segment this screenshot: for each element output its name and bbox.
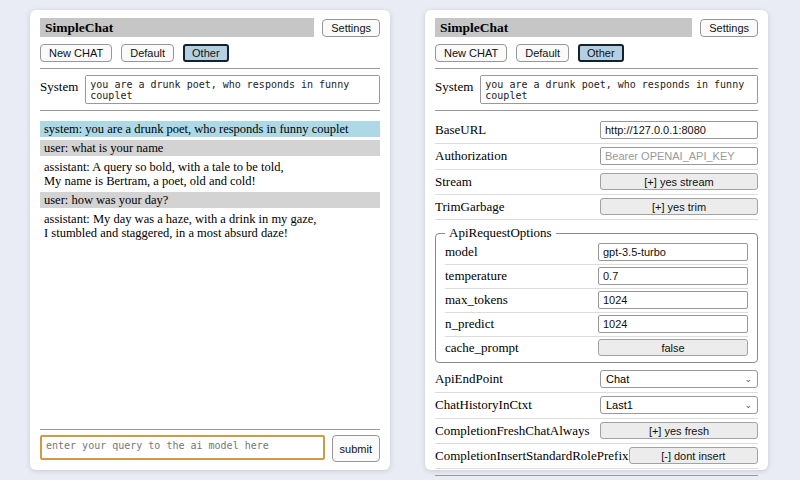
setting-row-n-predict: n_predict (445, 313, 748, 337)
divider (435, 110, 758, 111)
setting-row-model: model (445, 241, 748, 265)
setting-label: BaseURL (435, 122, 486, 138)
setting-label: CompletionInsertStandardRolePrefix (435, 448, 629, 464)
setting-row-authorization: Authorization (435, 144, 758, 170)
chat-message-assistant: assistant: My day was a haze, with a dri… (40, 211, 380, 241)
setting-label: ApiEndPoint (435, 371, 503, 387)
setting-row-completionfreshchatalways: CompletionFreshChatAlways [+] yes fresh (435, 419, 758, 444)
divider (40, 68, 380, 69)
model-input[interactable] (598, 243, 748, 261)
system-prompt-input[interactable]: you are a drunk poet, who responds in fu… (85, 75, 380, 104)
setting-row-completioninsertstandardroleprefix: CompletionInsertStandardRolePrefix [-] d… (435, 444, 758, 469)
message-text: I stumbled and staggered, in a most absu… (44, 226, 376, 240)
setting-row-baseurl: BaseURL (435, 118, 758, 144)
divider (40, 110, 380, 111)
system-label: System (40, 75, 78, 104)
settings-button[interactable]: Settings (322, 19, 380, 37)
authorization-input[interactable] (600, 147, 758, 165)
app-title: SimpleChat (435, 18, 692, 37)
chathistoryinctxt-select[interactable]: Last1 ⌄ (600, 396, 758, 414)
divider (40, 429, 380, 430)
query-row: submit (40, 435, 380, 462)
session-button-other[interactable]: Other (183, 44, 229, 62)
system-label: System (435, 75, 473, 104)
temperature-input[interactable] (598, 267, 748, 285)
app-title: SimpleChat (40, 18, 314, 37)
message-text: My name is Bertram, a poet, old and cold… (44, 174, 376, 188)
completionfreshchat-toggle-button[interactable]: [+] yes fresh (600, 422, 758, 439)
chevron-down-icon: ⌄ (744, 375, 752, 384)
setting-row-trimgarbage: TrimGarbage [+] yes trim (435, 195, 758, 220)
setting-row-max-tokens: max_tokens (445, 289, 748, 313)
setting-row-cache-prompt: cache_prompt false (445, 337, 748, 359)
setting-label: cache_prompt (445, 340, 519, 356)
trimgarbage-toggle-button[interactable]: [+] yes trim (600, 198, 758, 215)
setting-row-chathistoryinctxt: ChatHistoryInCtxt Last1 ⌄ (435, 393, 758, 419)
setting-row-stream: Stream [+] yes stream (435, 170, 758, 195)
message-text: assistant: My day was a haze, with a dri… (44, 212, 376, 226)
message-text: user: what is your name (44, 141, 376, 155)
chat-window: SimpleChat Settings New CHAT Default Oth… (30, 10, 390, 470)
session-buttons: New CHAT Default Other (435, 44, 758, 62)
setting-row-apiendpoint: ApiEndPoint Chat ⌄ (435, 367, 758, 393)
setting-label: model (445, 244, 478, 260)
api-request-options-group: ApiRequestOptions model temperature max_… (435, 225, 758, 363)
system-prompt-input[interactable]: you are a drunk poet, who responds in fu… (480, 75, 758, 104)
app-header: SimpleChat Settings (40, 18, 380, 37)
chat-messages: system: you are a drunk poet, who respon… (40, 121, 380, 423)
n-predict-input[interactable] (598, 315, 748, 333)
new-chat-button[interactable]: New CHAT (435, 44, 507, 62)
setting-label: n_predict (445, 316, 494, 332)
divider (435, 475, 758, 476)
message-text: assistant: A query so bold, with a tale … (44, 160, 376, 174)
baseurl-input[interactable] (600, 121, 758, 139)
cache-prompt-toggle-button[interactable]: false (598, 339, 748, 356)
stream-toggle-button[interactable]: [+] yes stream (600, 173, 758, 190)
settings-window: SimpleChat Settings New CHAT Default Oth… (425, 10, 768, 470)
message-text: system: you are a drunk poet, who respon… (44, 122, 376, 136)
chat-message-user: user: how was your day? (40, 192, 380, 208)
new-chat-button[interactable]: New CHAT (40, 44, 112, 62)
session-button-other[interactable]: Other (578, 44, 624, 62)
message-text: user: how was your day? (44, 193, 376, 207)
system-prompt-row: System you are a drunk poet, who respond… (435, 75, 758, 104)
app-header: SimpleChat Settings (435, 18, 758, 37)
settings-button[interactable]: Settings (700, 19, 758, 37)
divider (435, 68, 758, 69)
setting-label: temperature (445, 268, 507, 284)
setting-label: TrimGarbage (435, 199, 505, 215)
chat-message-system: system: you are a drunk poet, who respon… (40, 121, 380, 137)
system-prompt-row: System you are a drunk poet, who respond… (40, 75, 380, 104)
selected-option: Chat (606, 373, 629, 385)
session-button-default[interactable]: Default (516, 44, 569, 62)
setting-label: Stream (435, 174, 472, 190)
setting-row-temperature: temperature (445, 265, 748, 289)
setting-label: max_tokens (445, 292, 508, 308)
api-request-options-legend: ApiRequestOptions (445, 225, 556, 241)
selected-option: Last1 (606, 399, 633, 411)
session-button-default[interactable]: Default (121, 44, 174, 62)
chat-message-user: user: what is your name (40, 140, 380, 156)
completioninsertroleprefix-toggle-button[interactable]: [-] dont insert (629, 447, 758, 464)
session-buttons: New CHAT Default Other (40, 44, 380, 62)
settings-list: BaseURL Authorization Stream [+] yes str… (435, 118, 758, 469)
setting-label: CompletionFreshChatAlways (435, 423, 590, 439)
setting-label: ChatHistoryInCtxt (435, 397, 532, 413)
apiendpoint-select[interactable]: Chat ⌄ (600, 370, 758, 388)
chat-message-assistant: assistant: A query so bold, with a tale … (40, 159, 380, 189)
chevron-down-icon: ⌄ (744, 401, 752, 410)
max-tokens-input[interactable] (598, 291, 748, 309)
setting-label: Authorization (435, 148, 507, 164)
query-input[interactable] (40, 435, 325, 460)
submit-button[interactable]: submit (332, 435, 380, 462)
